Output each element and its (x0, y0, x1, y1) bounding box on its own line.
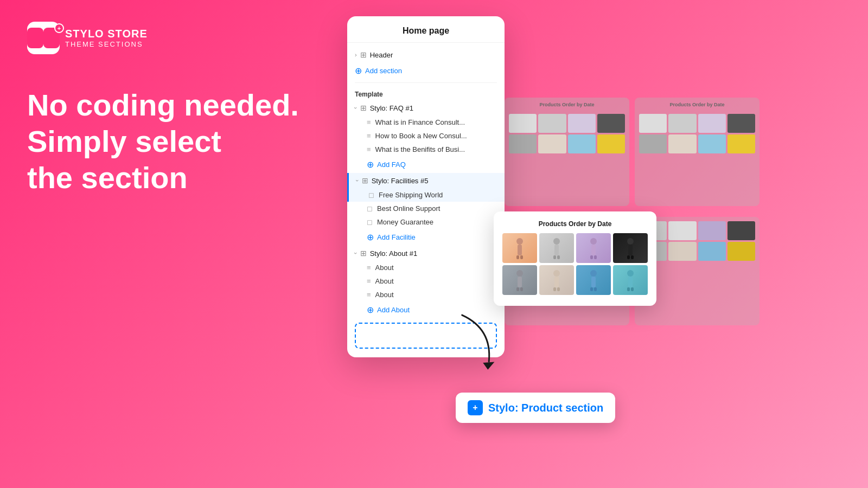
add-facilitie-label: Add Facilitie (377, 233, 416, 241)
panel-title: Home page (347, 16, 505, 43)
add-section-label: Add section (365, 67, 402, 75)
svg-rect-1 (518, 245, 522, 255)
svg-marker-32 (482, 359, 495, 371)
svg-rect-7 (557, 255, 560, 259)
grid-icon-facilities: ⊞ (362, 176, 368, 185)
svg-rect-15 (631, 255, 634, 259)
about-item-3-label: About (375, 291, 394, 299)
headline-line3: the section (27, 159, 299, 196)
header-row[interactable]: › ⊞ Header (347, 47, 505, 62)
badge-text: Stylo: Product section (488, 402, 603, 414)
list-icon-8: ≡ (367, 277, 371, 285)
grid-icon-faq: ⊞ (360, 104, 367, 112)
list-icon-5: ◻ (367, 204, 373, 213)
divider-1 (355, 82, 497, 83)
svg-rect-6 (553, 255, 556, 259)
svg-point-0 (516, 238, 523, 245)
svg-rect-19 (520, 287, 523, 291)
facilities-section-label: Stylo: Facilities #5 (372, 177, 429, 185)
plus-badge: + (54, 23, 64, 33)
product-card: Products Order by Date (494, 211, 656, 306)
about-item-3[interactable]: ≡ About (347, 288, 505, 301)
add-about-icon: ⊕ (367, 305, 374, 315)
faq-section-label: Stylo: FAQ #1 (370, 104, 413, 112)
headline-line1: No coding needed. (27, 87, 299, 123)
logo-line2: THEME SECTIONS (65, 40, 148, 48)
header-label: Header (370, 51, 393, 59)
product-cell-8 (613, 265, 648, 295)
svg-rect-13 (628, 245, 633, 255)
add-faq-row[interactable]: ⊕ Add FAQ (347, 156, 505, 173)
facilities-item-2[interactable]: ◻ Best Online Support (347, 202, 505, 215)
product-cell-2 (539, 233, 574, 263)
about-item-1[interactable]: ≡ About (347, 261, 505, 274)
svg-point-12 (627, 238, 634, 245)
list-icon-4: ◻ (368, 191, 374, 199)
faq-item-1[interactable]: ≡ What is in Finance Consult... (347, 115, 505, 129)
logo-icon: + (27, 22, 60, 54)
list-icon-9: ≡ (367, 291, 371, 299)
svg-rect-5 (554, 245, 559, 255)
svg-rect-23 (557, 287, 560, 291)
product-cell-1 (502, 233, 537, 263)
svg-point-4 (553, 238, 560, 245)
faq-section-row[interactable]: › ⊞ Stylo: FAQ #1 (347, 100, 505, 115)
logo-text: STYLO STORE THEME SECTIONS (65, 28, 148, 48)
headline: No coding needed. Simply select the sect… (27, 87, 299, 196)
svg-point-16 (516, 270, 523, 277)
tooltip-badge: + Stylo: Product section (456, 393, 615, 423)
facilities-section-row[interactable]: › ⊞ Stylo: Facilities #5 (347, 173, 505, 188)
template-label: Template (347, 86, 505, 100)
svg-point-20 (553, 270, 560, 277)
svg-rect-11 (594, 255, 597, 259)
sidebar-panel: Home page › ⊞ Header ⊕ Add section Templ… (347, 16, 505, 357)
svg-rect-27 (594, 287, 597, 291)
svg-rect-26 (590, 287, 593, 291)
facilities-item-2-label: Best Online Support (377, 204, 440, 213)
faq-item-1-label: What is in Finance Consult... (375, 118, 465, 126)
about-section-row[interactable]: › ⊞ Stylo: About #1 (347, 246, 505, 261)
svg-rect-3 (520, 255, 523, 259)
add-section-row[interactable]: ⊕ Add section (347, 62, 505, 79)
svg-rect-17 (518, 277, 522, 287)
product-cell-5 (502, 265, 537, 295)
add-facilitie-row[interactable]: ⊕ Add Facilitie (347, 229, 505, 246)
grid-icon-about: ⊞ (360, 249, 367, 258)
svg-rect-14 (627, 255, 630, 259)
grid-icon-header: ⊞ (360, 50, 367, 59)
product-card-title: Products Order by Date (502, 220, 648, 228)
about-item-2[interactable]: ≡ About (347, 274, 505, 288)
list-icon-1: ≡ (367, 118, 371, 126)
add-section-icon: ⊕ (355, 66, 362, 76)
list-icon-6: ◻ (367, 218, 373, 226)
faq-item-3[interactable]: ≡ What is the Benifits of Busi... (347, 143, 505, 156)
facilities-chevron-icon: › (354, 179, 361, 182)
svg-point-28 (627, 270, 634, 277)
list-icon-3: ≡ (367, 145, 371, 153)
about-section-label: Stylo: About #1 (370, 249, 417, 258)
logo-area: + STYLO STORE THEME SECTIONS (27, 22, 148, 54)
logo-line1: STYLO STORE (65, 28, 148, 40)
add-about-label: Add About (377, 306, 410, 314)
svg-rect-29 (628, 277, 633, 287)
svg-rect-9 (591, 245, 596, 255)
facilities-item-3[interactable]: ◻ Money Guarantee (347, 215, 505, 229)
product-grid-row2 (502, 265, 648, 295)
badge-plus-icon: + (468, 400, 483, 415)
product-cell-4 (613, 233, 648, 263)
svg-rect-25 (591, 277, 596, 287)
panel-body: › ⊞ Header ⊕ Add section Template › ⊞ St… (347, 43, 505, 357)
faq-item-2[interactable]: ≡ How to Book a New Consul... (347, 129, 505, 143)
svg-rect-30 (627, 287, 630, 291)
svg-point-24 (590, 270, 597, 277)
bg-panel-left: Products Order by Date (505, 98, 629, 206)
svg-rect-22 (553, 287, 556, 291)
list-icon-7: ≡ (367, 264, 371, 272)
facilities-item-1-label: Free Shipping World (379, 191, 443, 199)
product-cell-3 (576, 233, 611, 263)
facilities-item-1[interactable]: ◻ Free Shipping World (347, 188, 505, 202)
svg-rect-18 (516, 287, 519, 291)
add-faq-label: Add FAQ (377, 160, 406, 169)
about-item-2-label: About (375, 277, 394, 285)
headline-line2: Simply select (27, 123, 299, 159)
